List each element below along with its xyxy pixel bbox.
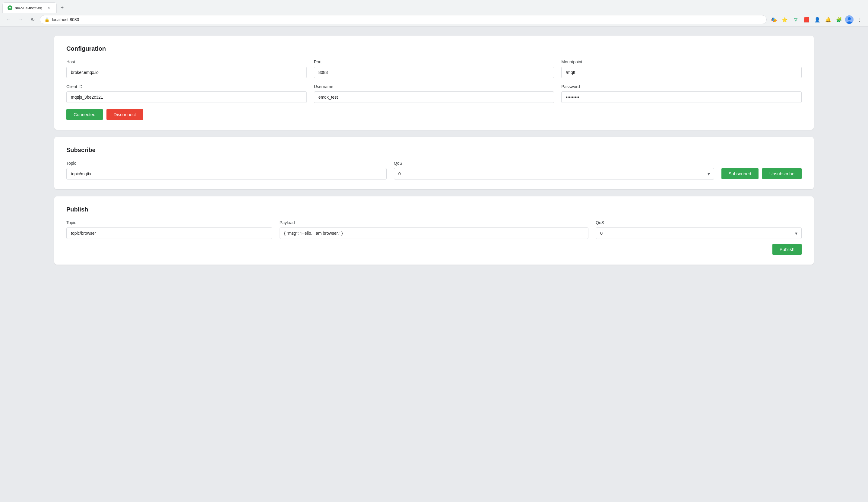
ext2-icon[interactable]: 👤: [813, 15, 822, 24]
subscribe-qos-select-wrapper: 0 1 2: [394, 168, 714, 180]
extensions-icon[interactable]: 🧩: [834, 15, 844, 24]
client-id-input[interactable]: [66, 91, 307, 103]
publish-qos-select[interactable]: 0 1 2: [596, 227, 802, 239]
profile-button[interactable]: [845, 16, 854, 24]
password-input[interactable]: [561, 91, 802, 103]
publish-topic-input[interactable]: [66, 227, 272, 239]
address-text: localhost:8080: [52, 17, 79, 22]
vuejs-icon[interactable]: ▽: [791, 15, 800, 24]
port-group: Port: [314, 59, 554, 78]
tab-title: my-vue-mqtt-eg: [15, 6, 44, 10]
publish-card: Publish Topic Payload QoS 0 1 2: [54, 196, 814, 265]
bookmark-icon[interactable]: ⭐: [780, 15, 789, 24]
publish-payload-input[interactable]: [280, 227, 588, 239]
translate-icon[interactable]: 🎭: [769, 15, 779, 24]
publish-title: Publish: [66, 206, 802, 213]
subscribe-card: Subscribe Topic QoS 0 1 2 Subscribed Uns…: [54, 137, 814, 189]
config-btn-row: Connected Disconnect: [66, 109, 802, 120]
browser-chrome: M my-vue-mqtt-eg × + ← → ↻ 🔒 localhost:8…: [0, 0, 868, 27]
tab-bar: M my-vue-mqtt-eg × +: [0, 0, 868, 13]
subscribe-qos-select[interactable]: 0 1 2: [394, 168, 714, 180]
password-label: Password: [561, 84, 802, 89]
subscribe-btn-group: Subscribed Unsubscribe: [721, 168, 802, 180]
ext1-icon[interactable]: 🟥: [802, 15, 811, 24]
svg-point-1: [848, 17, 851, 20]
subscribe-qos-group: QoS 0 1 2: [394, 161, 714, 180]
publish-form-row: Topic Payload QoS 0 1 2: [66, 220, 802, 239]
password-group: Password: [561, 84, 802, 103]
active-tab[interactable]: M my-vue-mqtt-eg ×: [2, 2, 57, 13]
publish-qos-group: QoS 0 1 2: [596, 220, 802, 239]
client-id-group: Client ID: [66, 84, 307, 103]
subscribed-button[interactable]: Subscribed: [721, 168, 758, 179]
publish-btn-row: Publish: [66, 244, 802, 255]
publish-qos-select-wrapper: 0 1 2: [596, 227, 802, 239]
mountpoint-input[interactable]: [561, 67, 802, 78]
configuration-title: Configuration: [66, 45, 802, 52]
host-label: Host: [66, 59, 307, 64]
username-label: Username: [314, 84, 554, 89]
back-button[interactable]: ←: [4, 15, 13, 24]
client-id-label: Client ID: [66, 84, 307, 89]
toolbar-icons: 🎭 ⭐ ▽ 🟥 👤 🔔 🧩 ⋮: [769, 15, 864, 24]
publish-topic-label: Topic: [66, 220, 272, 225]
subscribe-topic-label: Topic: [66, 161, 387, 166]
publish-button[interactable]: Publish: [772, 244, 802, 255]
publish-payload-label: Payload: [280, 220, 588, 225]
port-input[interactable]: [314, 67, 554, 78]
ext3-icon[interactable]: 🔔: [823, 15, 833, 24]
address-lock-icon: 🔒: [44, 17, 50, 22]
config-row-1: Host Port Mountpoint: [66, 59, 802, 78]
config-row-2: Client ID Username Password: [66, 84, 802, 103]
mountpoint-label: Mountpoint: [561, 59, 802, 64]
profile-avatar: [845, 16, 854, 24]
address-bar[interactable]: 🔒 localhost:8080: [40, 15, 767, 24]
subscribe-title: Subscribe: [66, 147, 802, 154]
subscribe-qos-label: QoS: [394, 161, 714, 166]
tab-favicon: M: [8, 6, 12, 10]
host-group: Host: [66, 59, 307, 78]
publish-payload-group: Payload: [280, 220, 588, 239]
configuration-card: Configuration Host Port Mountpoint Clien…: [54, 35, 814, 130]
reload-button[interactable]: ↻: [28, 15, 38, 24]
page-content: Configuration Host Port Mountpoint Clien…: [0, 27, 868, 274]
port-label: Port: [314, 59, 554, 64]
disconnect-button[interactable]: Disconnect: [106, 109, 143, 120]
unsubscribe-button[interactable]: Unsubscribe: [762, 168, 802, 179]
forward-button[interactable]: →: [16, 15, 25, 24]
subscribe-topic-group: Topic: [66, 161, 387, 180]
publish-qos-label: QoS: [596, 220, 802, 225]
username-input[interactable]: [314, 91, 554, 103]
new-tab-button[interactable]: +: [58, 4, 66, 12]
mountpoint-group: Mountpoint: [561, 59, 802, 78]
more-menu-button[interactable]: ⋮: [855, 15, 864, 24]
connected-button[interactable]: Connected: [66, 109, 103, 120]
host-input[interactable]: [66, 67, 307, 78]
username-group: Username: [314, 84, 554, 103]
subscribe-topic-input[interactable]: [66, 168, 387, 180]
publish-topic-group: Topic: [66, 220, 272, 239]
nav-bar: ← → ↻ 🔒 localhost:8080 🎭 ⭐ ▽ 🟥 👤 🔔 🧩 ⋮: [0, 13, 868, 26]
tab-close-button[interactable]: ×: [46, 5, 52, 11]
subscribe-form-row: Topic QoS 0 1 2 Subscribed Unsubscribe: [66, 161, 802, 180]
